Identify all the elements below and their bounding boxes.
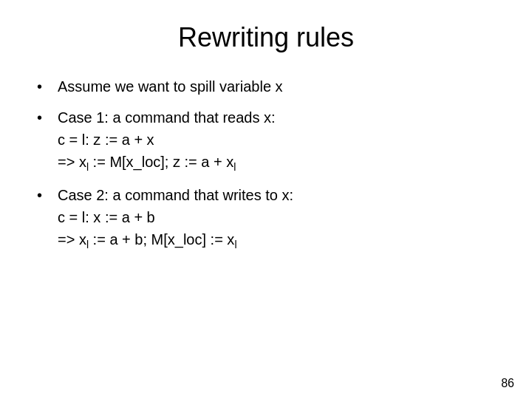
bullet-text-2: Case 1: a command that reads x: xyxy=(58,106,495,129)
bullet-group-3: • Case 2: a command that writes to x: c … xyxy=(37,184,495,253)
slide-content: • Assume we want to spill variable x • C… xyxy=(37,75,495,369)
bullet-text-1: Assume we want to spill variable x xyxy=(58,75,495,98)
bullet-dot-2: • xyxy=(37,106,50,129)
bullet-item-2: • Case 1: a command that reads x: xyxy=(37,106,495,129)
bullet-text-3: Case 2: a command that writes to x: xyxy=(58,184,495,206)
indent-line-3b: => xl := a + b; M[x_loc] := xl xyxy=(58,228,495,253)
slide-title: Rewriting rules xyxy=(37,22,495,53)
bullet-dot-1: • xyxy=(37,75,50,98)
page-number: 86 xyxy=(501,377,514,390)
bullet-dot-3: • xyxy=(37,184,50,206)
slide: Rewriting rules • Assume we want to spil… xyxy=(0,0,532,399)
indent-line-2a: c = l: z := a + x xyxy=(58,129,495,151)
bullet-group-2: • Case 1: a command that reads x: c = l:… xyxy=(37,106,495,175)
indent-line-2b: => xl := M[x_loc]; z := a + xl xyxy=(58,151,495,175)
bullet-item-3: • Case 2: a command that writes to x: xyxy=(37,184,495,206)
bullet-item-1: • Assume we want to spill variable x xyxy=(37,75,495,98)
indent-line-3a: c = l: x := a + b xyxy=(58,206,495,228)
